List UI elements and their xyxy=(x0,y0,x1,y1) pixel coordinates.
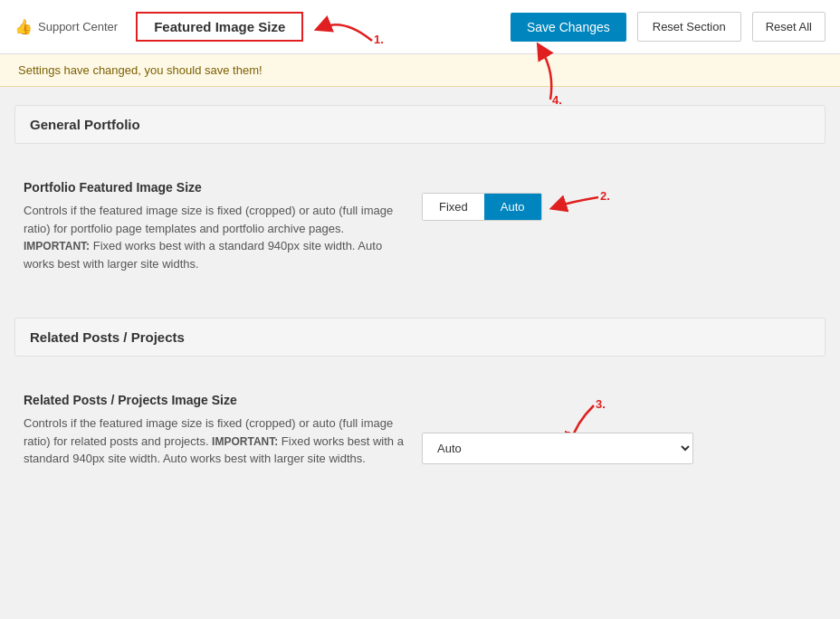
svg-text:1.: 1. xyxy=(374,33,384,46)
related-posts-title: Related Posts / Projects xyxy=(30,329,185,345)
portfolio-image-size-desc-text: Controls if the featured image size is f… xyxy=(24,204,393,235)
portfolio-image-size-control: Fixed Auto 2. xyxy=(422,184,625,229)
related-image-size-desc: Controls if the featured image size is f… xyxy=(24,414,404,468)
header-bar: 👍 Support Center Featured Image Size 1. … xyxy=(0,0,840,54)
related-posts-section: Related Posts / Projects Related Posts /… xyxy=(14,318,826,486)
page-title: Featured Image Size xyxy=(136,12,303,42)
main-content: General Portfolio Portfolio Featured Ima… xyxy=(0,87,840,531)
arrow-2-wrapper: Fixed Auto 2. xyxy=(422,184,625,229)
arrow-3-wrapper: 3. Auto Fixed xyxy=(422,396,693,464)
general-portfolio-section: General Portfolio Portfolio Featured Ima… xyxy=(14,105,826,290)
thumbs-up-icon: 👍 xyxy=(14,18,33,35)
related-image-size-row: Related Posts / Projects Image Size Cont… xyxy=(14,375,826,486)
save-changes-button[interactable]: Save Changes xyxy=(511,13,626,42)
arrow-annotation-2: 2. xyxy=(553,184,625,229)
reset-all-button[interactable]: Reset All xyxy=(752,12,826,42)
svg-text:2.: 2. xyxy=(600,189,610,203)
arrow-annotation-4: 4. xyxy=(523,45,578,118)
related-image-size-info: Related Posts / Projects Image Size Cont… xyxy=(24,393,404,468)
portfolio-image-size-row: Portfolio Featured Image Size Controls i… xyxy=(14,162,826,290)
portfolio-image-size-title: Portfolio Featured Image Size xyxy=(24,180,404,195)
portfolio-image-size-info: Portfolio Featured Image Size Controls i… xyxy=(24,180,404,272)
portfolio-toggle-group: Fixed Auto xyxy=(422,193,542,221)
related-image-size-select[interactable]: Auto Fixed xyxy=(422,433,693,464)
portfolio-image-size-desc: Controls if the featured image size is f… xyxy=(24,202,404,272)
svg-text:3.: 3. xyxy=(596,397,606,411)
general-portfolio-header: General Portfolio xyxy=(14,105,826,144)
general-portfolio-title: General Portfolio xyxy=(30,117,140,132)
notice-message: Settings have changed, you should save t… xyxy=(18,63,262,77)
portfolio-auto-button[interactable]: Auto xyxy=(484,194,541,220)
support-center-link[interactable]: 👍 Support Center xyxy=(14,18,118,35)
related-image-size-title: Related Posts / Projects Image Size xyxy=(24,393,404,407)
svg-text:4.: 4. xyxy=(552,93,562,107)
support-center-label: Support Center xyxy=(38,20,118,33)
portfolio-important-note: IMPORTANT: xyxy=(24,240,90,252)
notice-bar: Settings have changed, you should save t… xyxy=(0,54,840,87)
related-image-size-control: 3. Auto Fixed xyxy=(422,396,693,464)
related-posts-header: Related Posts / Projects xyxy=(14,318,826,357)
related-important-note: IMPORTANT: xyxy=(212,435,278,448)
portfolio-fixed-button[interactable]: Fixed xyxy=(423,194,484,220)
reset-section-button[interactable]: Reset Section xyxy=(637,12,741,42)
arrow-annotation-1: 1. xyxy=(318,9,390,45)
